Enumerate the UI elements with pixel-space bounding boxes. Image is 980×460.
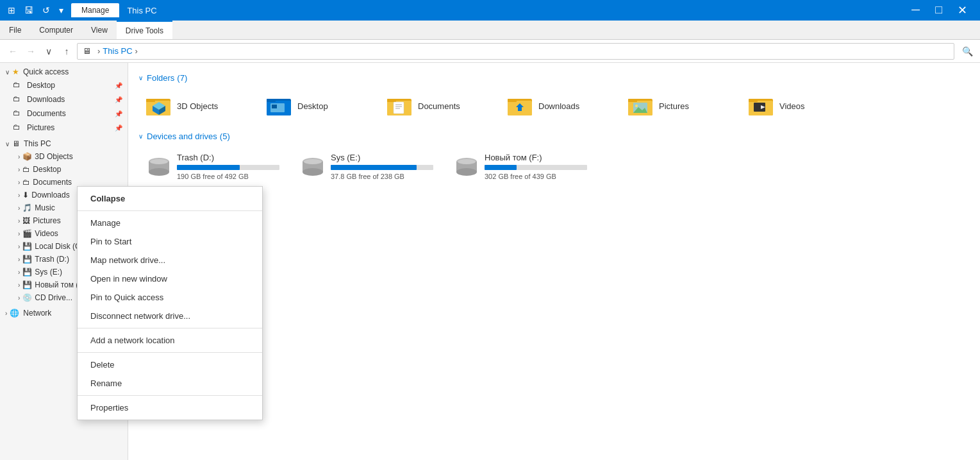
sidebar-3dobjects[interactable]: › 📦 3D Objects: [0, 150, 128, 163]
drive-sys-e-icon: [300, 155, 326, 178]
context-menu-disconnect[interactable]: Disconnect network drive...: [78, 307, 262, 325]
context-menu-properties[interactable]: Properties: [78, 398, 262, 417]
sidebar-quick-access[interactable]: ∨ ★ Quick access: [0, 65, 128, 78]
save-icon[interactable]: 🖫: [22, 4, 36, 17]
sidebar-this-pc[interactable]: ∨ 🖥 This PC: [0, 137, 128, 150]
drive-trash-d-bar-fill: [177, 165, 240, 170]
drive-trash-d-icon: [146, 155, 172, 178]
folder-downloads-label: Downloads: [538, 101, 579, 111]
context-menu-pin-to-start[interactable]: Pin to Start: [78, 232, 262, 251]
sidebar-desktop-pc[interactable]: › 🗀 Desktop: [0, 163, 128, 176]
music-chevron: ›: [18, 205, 20, 212]
drive-trash-d-space: 190 GB free of 492 GB: [177, 173, 279, 180]
drives-grid: Trash (D:) 190 GB free of 492 GB Sys (E:…: [138, 149, 970, 184]
context-menu-sep-2: [78, 328, 262, 328]
forward-button[interactable]: →: [23, 44, 38, 59]
sidebar-quick-access-label: Quick access: [23, 67, 69, 76]
sidebar-item-downloads[interactable]: 🗀 Downloads 📌: [0, 92, 128, 106]
sidebar-item-documents[interactable]: 🗀 Documents 📌: [0, 106, 128, 121]
maximize-btn[interactable]: □: [927, 3, 950, 17]
context-menu-map-network[interactable]: Map network drive...: [78, 251, 262, 269]
folder-desktop[interactable]: Desktop: [259, 90, 374, 121]
sidebar-3dobjects-label: 3D Objects: [35, 152, 72, 161]
file-tab[interactable]: File: [0, 21, 30, 39]
drive-trash-d-name: Trash (D:): [177, 153, 279, 162]
videos-icon: 🎬: [22, 229, 32, 238]
context-menu-delete[interactable]: Delete: [78, 355, 262, 374]
up-button[interactable]: ↑: [59, 44, 74, 59]
context-menu-open-new-window[interactable]: Open in new window: [78, 269, 262, 288]
undo-icon[interactable]: ↺: [40, 4, 53, 17]
pin-icon-docs: 📌: [115, 110, 122, 117]
folder-downloads[interactable]: Downloads: [500, 90, 615, 121]
desktop-chevron: ›: [18, 166, 20, 173]
svg-point-40: [304, 159, 322, 164]
context-menu-sep-4: [78, 395, 262, 396]
drive-novy-tom[interactable]: Новый том (F:) 302 GB free of 439 GB: [446, 149, 595, 184]
context-menu-rename[interactable]: Rename: [78, 374, 262, 393]
folder-pictures[interactable]: Pictures: [620, 90, 736, 121]
drive-trash-d[interactable]: Trash (D:) 190 GB free of 492 GB: [138, 149, 287, 184]
svg-rect-13: [387, 99, 396, 102]
drive-trash-d-info: Trash (D:) 190 GB free of 492 GB: [177, 153, 279, 180]
drive-sys-e-info: Sys (E:) 37.8 GB free of 238 GB: [331, 153, 433, 180]
sys-e-icon: 💾: [22, 268, 32, 277]
this-pc-icon: 🖥: [12, 139, 20, 148]
network-chevron: ›: [5, 310, 7, 317]
minimize-btn[interactable]: ─: [904, 3, 927, 17]
title-bar-icons: ⊞ 🖫 ↺ ▾: [5, 4, 66, 17]
address-path[interactable]: 🖥 › This PC ›: [77, 43, 954, 60]
folders-chevron: ∨: [138, 74, 143, 81]
folder-downloads-icon: [508, 94, 533, 117]
back-button[interactable]: ←: [5, 44, 21, 59]
breadcrumb-this-pc[interactable]: This PC: [103, 46, 132, 56]
close-btn[interactable]: ✕: [950, 3, 975, 17]
recent-locations-button[interactable]: ∨: [41, 44, 56, 59]
drives-section-header[interactable]: ∨ Devices and drives (5): [138, 132, 970, 141]
this-pc-chevron: ∨: [5, 141, 10, 148]
search-button[interactable]: 🔍: [959, 44, 975, 59]
novy-tom-icon: 💾: [22, 280, 32, 289]
quick-access-chevron: ∨: [5, 69, 10, 76]
videos-chevron: ›: [18, 230, 20, 237]
3dobjects-icon: 📦: [22, 152, 32, 161]
folder-3dobjects[interactable]: 3D Objects: [138, 90, 254, 121]
svg-point-36: [150, 159, 168, 164]
computer-tab[interactable]: Computer: [30, 21, 82, 39]
context-menu-pin-quick-access[interactable]: Pin to Quick access: [78, 288, 262, 307]
svg-rect-20: [508, 99, 517, 102]
sidebar-item-desktop[interactable]: 🗀 Desktop 📌: [0, 78, 128, 92]
manage-tab[interactable]: Manage: [71, 3, 119, 17]
context-menu-add-network[interactable]: Add a network location: [78, 331, 262, 350]
folder-documents[interactable]: Documents: [379, 90, 495, 121]
drive-sys-e[interactable]: Sys (E:) 37.8 GB free of 238 GB: [292, 149, 441, 184]
sidebar-sys-e-label: Sys (E:): [35, 268, 62, 277]
sidebar-pictures-label: Pictures: [27, 123, 54, 132]
drive-sys-e-name: Sys (E:): [331, 153, 433, 162]
folder-documents-label: Documents: [418, 101, 460, 111]
sidebar-item-pictures[interactable]: 🗀 Pictures 📌: [0, 121, 128, 135]
drive-tools-tab[interactable]: Drive Tools: [117, 21, 172, 39]
svg-point-43: [456, 168, 477, 176]
view-tab[interactable]: View: [82, 21, 117, 39]
drive-sys-e-bar-bg: [331, 165, 433, 170]
svg-rect-2: [146, 99, 155, 102]
context-menu-collapse[interactable]: Collapse: [78, 189, 262, 208]
folders-section-header[interactable]: ∨ Folders (7): [138, 73, 970, 83]
documents-chevron: ›: [18, 179, 20, 186]
folder-videos[interactable]: Videos: [741, 90, 856, 121]
quick-access-star-icon: ★: [12, 67, 19, 76]
downloads-pc-icon: ⬇: [22, 191, 29, 200]
desktop-pc-icon: 🗀: [22, 165, 30, 174]
novy-tom-chevron: ›: [18, 282, 20, 289]
context-menu-manage[interactable]: Manage: [78, 214, 262, 232]
drives-count: (5): [220, 132, 230, 141]
folder-grid: 3D Objects Desktop: [138, 90, 970, 121]
svg-point-35: [149, 168, 169, 176]
folder-documents-icon: [387, 94, 413, 117]
drive-trash-d-bar-bg: [177, 165, 279, 170]
breadcrumb-icon: 🖥: [83, 46, 91, 56]
folders-label: Folders: [147, 73, 174, 83]
windows-icon[interactable]: ⊞: [5, 4, 18, 17]
dropdown-icon[interactable]: ▾: [56, 4, 66, 17]
